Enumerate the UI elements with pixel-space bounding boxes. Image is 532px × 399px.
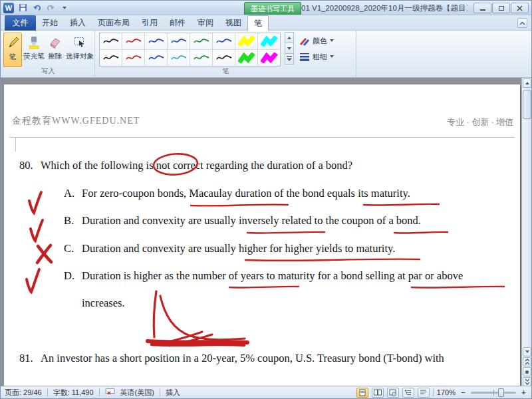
- pen-style-swatch[interactable]: [122, 33, 144, 49]
- pen-style-swatch[interactable]: [168, 33, 190, 49]
- gallery-more-button[interactable]: [285, 53, 294, 65]
- pen-style-swatch[interactable]: [145, 33, 167, 49]
- zoom-slider[interactable]: [471, 392, 516, 394]
- zoom-in-button[interactable]: +: [519, 388, 528, 396]
- select-objects-button[interactable]: 选择对象: [65, 33, 95, 67]
- gallery-scroll-up-button[interactable]: [285, 32, 294, 43]
- pen-style-swatch[interactable]: [168, 50, 190, 66]
- option-d-text: Duration is higher as the number of year…: [82, 269, 463, 282]
- pen-gallery-cells: [99, 33, 281, 66]
- pen-style-swatch[interactable]: [213, 33, 235, 49]
- document-title: 01 V1_20200928_2020年10月一级押题卷【题目】_金程教育.do…: [301, 3, 467, 13]
- next-page-button[interactable]: [523, 377, 531, 386]
- tab-references[interactable]: 引用: [136, 15, 164, 31]
- ribbon-group-write: 笔 荧光笔 擦除: [2, 31, 95, 77]
- tab-page-layout[interactable]: 页面布局: [92, 15, 136, 31]
- pen-style-swatch[interactable]: [213, 50, 235, 66]
- tab-view[interactable]: 视图: [219, 15, 247, 31]
- pen-style-swatch[interactable]: [122, 50, 144, 66]
- proofing-book-icon: [105, 388, 115, 396]
- highlighter-style-swatch[interactable]: [258, 50, 280, 66]
- option-d-continuation: increases.: [82, 297, 125, 310]
- eraser-tool-button[interactable]: 擦除: [46, 33, 65, 67]
- tab-mailings[interactable]: 邮件: [164, 15, 192, 31]
- view-print-layout-button[interactable]: [356, 388, 368, 398]
- option-a-line: A.For zero-coupon bonds, Macaulay durati…: [64, 187, 410, 200]
- pen-tool-button[interactable]: 笔: [3, 33, 22, 67]
- page-indicator[interactable]: 页面: 29/46: [5, 388, 42, 398]
- maximize-button[interactable]: [492, 3, 510, 13]
- view-draft-button[interactable]: [418, 388, 430, 398]
- tab-review[interactable]: 审阅: [192, 15, 219, 31]
- divider: [47, 388, 48, 396]
- option-c-line: C.Duration and convexity are usually hig…: [64, 242, 395, 255]
- browse-dot-icon: [525, 370, 529, 374]
- highlighter-style-swatch[interactable]: [235, 33, 257, 49]
- double-chevron-down-icon: [525, 378, 530, 385]
- save-button[interactable]: [17, 2, 29, 13]
- proofing-status[interactable]: [105, 388, 115, 397]
- pen-gallery-arrows: [285, 33, 294, 65]
- vertical-scrollbar[interactable]: [521, 78, 531, 387]
- ribbon-minimize-button[interactable]: [517, 18, 527, 28]
- view-web-layout-button[interactable]: [387, 388, 399, 398]
- zoom-slider-thumb[interactable]: [498, 388, 504, 397]
- question-80-line: 80.Which of the following is not correct…: [19, 159, 352, 172]
- document-page[interactable]: 金程教育WWW.GFEDU.NET 专业 · 创新 · 增值 80.Which …: [4, 84, 520, 387]
- select-objects-label: 选择对象: [66, 52, 94, 61]
- close-button[interactable]: [511, 3, 529, 13]
- scroll-up-button[interactable]: [523, 78, 531, 88]
- fullscreen-reading-icon: [374, 389, 382, 396]
- tab-pen[interactable]: 笔: [247, 15, 269, 31]
- triangle-up-icon: [287, 37, 291, 39]
- pen-style-swatch[interactable]: [100, 50, 122, 66]
- scroll-down-button[interactable]: [523, 347, 531, 356]
- highlighter-tool-button[interactable]: 荧光笔: [22, 33, 46, 67]
- word-window: W 墨迹书写工具 01 V1_20200928_2020年10月一级押题卷【题目…: [0, 0, 532, 399]
- highlighter-style-swatch[interactable]: [235, 50, 257, 66]
- eraser-tool-label: 擦除: [49, 52, 63, 61]
- save-icon: [19, 3, 27, 12]
- tab-file[interactable]: 文件: [5, 15, 36, 31]
- document-area: 金程教育WWW.GFEDU.NET 专业 · 创新 · 增值 80.Which …: [1, 78, 531, 387]
- chevron-down-icon: [63, 7, 66, 9]
- zoom-out-button[interactable]: −: [459, 388, 467, 396]
- highlighter-style-swatch[interactable]: [258, 33, 280, 49]
- pen-color-button[interactable]: 颜色: [297, 34, 336, 47]
- header-tick: [15, 137, 16, 152]
- title-bar: W 墨迹书写工具 01 V1_20200928_2020年10月一级押题卷【题目…: [1, 1, 531, 15]
- question-81-text: An investor has a short position in a 20…: [41, 352, 444, 364]
- header-rule: [9, 137, 515, 138]
- minimize-button[interactable]: [473, 3, 491, 13]
- language-indicator[interactable]: 英语(美国): [120, 388, 154, 398]
- write-group-label: 写入: [2, 66, 94, 76]
- pen-style-swatch[interactable]: [100, 33, 122, 49]
- pen-color-icon: [299, 36, 310, 46]
- qat-customize-dropdown[interactable]: [59, 2, 70, 13]
- maximize-icon: [499, 6, 504, 11]
- previous-page-button[interactable]: [523, 357, 531, 366]
- pen-style-swatch[interactable]: [145, 50, 167, 66]
- insert-mode-indicator[interactable]: 插入: [166, 388, 180, 398]
- view-outline-button[interactable]: [402, 388, 414, 398]
- tab-insert[interactable]: 插入: [64, 15, 92, 31]
- gallery-scroll-down-button[interactable]: [285, 43, 294, 54]
- view-fullscreen-reading-button[interactable]: [372, 388, 384, 398]
- web-layout-icon: [389, 389, 396, 396]
- ribbon-tab-row: 文件 开始 插入 页面布局 引用 邮件 审阅 视图 笔: [1, 15, 531, 31]
- double-chevron-up-icon: [525, 358, 530, 365]
- page-header-right: 专业 · 创新 · 增值: [447, 116, 513, 128]
- pen-weight-button[interactable]: 粗细: [297, 50, 336, 63]
- option-b-line: B.Duration and convexity are usually inv…: [64, 214, 421, 227]
- redo-button[interactable]: [45, 2, 57, 13]
- pen-style-swatch[interactable]: [190, 50, 212, 66]
- scrollbar-thumb[interactable]: [523, 90, 531, 119]
- zoom-level[interactable]: 170%: [437, 388, 456, 396]
- pen-style-swatch[interactable]: [190, 33, 212, 49]
- select-browse-object-button[interactable]: [523, 367, 531, 376]
- undo-button[interactable]: [31, 2, 43, 13]
- ink-tools-contextual-label[interactable]: 墨迹书写工具: [244, 2, 301, 15]
- tab-home[interactable]: 开始: [36, 15, 64, 31]
- word-count[interactable]: 字数: 11,490: [53, 388, 94, 398]
- question-80-text: Which of the following is not correct re…: [41, 159, 352, 172]
